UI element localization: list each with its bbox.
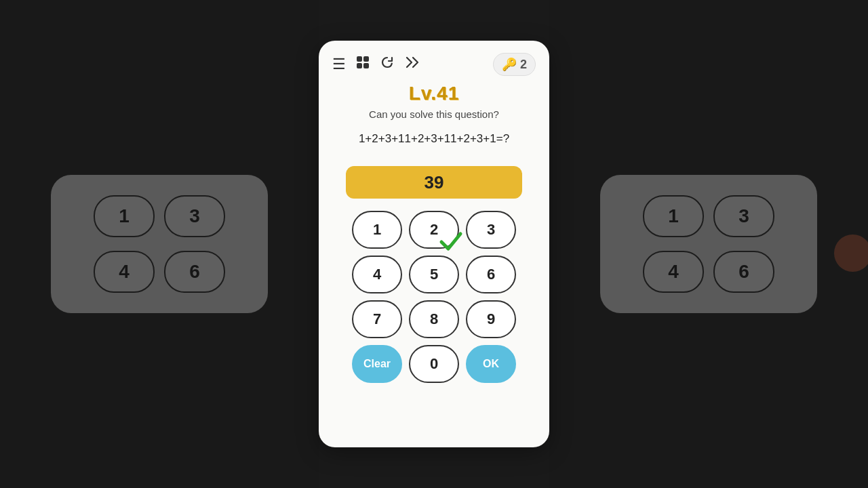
key-icon: 🔑 [502, 57, 517, 72]
numpad-row-bottom: Clear 0 OK [346, 345, 522, 383]
refresh-icon[interactable] [380, 55, 395, 74]
numpad: 1 2 3 4 5 6 7 8 9 Clear 0 [346, 211, 522, 383]
bg-left-btn-4: 4 [94, 251, 155, 293]
num-btn-2[interactable]: 2 [409, 211, 459, 249]
svg-rect-1 [363, 56, 369, 62]
bg-right-btn-1: 1 [643, 195, 704, 237]
num-btn-9[interactable]: 9 [466, 300, 516, 338]
num-btn-3[interactable]: 3 [466, 211, 516, 249]
answer-display: 39 [346, 166, 522, 199]
numpad-row-2: 4 5 6 [346, 256, 522, 293]
grid-icon[interactable] [355, 55, 370, 74]
num-btn-4[interactable]: 4 [352, 256, 402, 293]
svg-rect-2 [357, 63, 362, 68]
bg-left-btn-1: 1 [94, 195, 155, 237]
game-card: ☰ [319, 41, 549, 447]
bg-right-btn-4: 4 [643, 251, 704, 293]
checkmark-icon [437, 227, 465, 254]
menu-icon[interactable]: ☰ [332, 56, 346, 73]
numpad-row-3: 7 8 9 [346, 300, 522, 338]
balloon-decoration [834, 235, 868, 272]
bg-left-panel: 1 3 4 6 [0, 0, 319, 488]
bg-left-btn-6: 6 [164, 251, 225, 293]
num-btn-1[interactable]: 1 [352, 211, 402, 249]
answer-value: 39 [425, 172, 444, 193]
key-count: 2 [520, 58, 527, 72]
svg-rect-0 [357, 56, 362, 62]
num-btn-8[interactable]: 8 [409, 300, 459, 338]
game-subtitle: Can you solve this question? [369, 108, 499, 120]
ok-button[interactable]: OK [466, 345, 516, 383]
key-badge[interactable]: 🔑 2 [493, 53, 536, 76]
game-equation: 1+2+3+11+2+3+11+2+3+1=? [359, 132, 509, 146]
toolbar-left: ☰ [332, 55, 420, 74]
toolbar: ☰ [332, 53, 536, 76]
clear-button[interactable]: Clear [352, 345, 402, 383]
skip-icon[interactable] [404, 55, 420, 74]
level-title: Lv.41 [409, 83, 460, 104]
bg-left-btn-3: 3 [164, 195, 225, 237]
num-btn-5[interactable]: 5 [409, 256, 459, 293]
bg-right-btn-3: 3 [713, 195, 774, 237]
bg-right-panel: 1 3 4 6 [549, 0, 868, 488]
num-btn-0[interactable]: 0 [409, 345, 459, 383]
num-btn-6[interactable]: 6 [466, 256, 516, 293]
num-btn-7[interactable]: 7 [352, 300, 402, 338]
svg-rect-3 [363, 63, 369, 68]
bg-right-btn-6: 6 [713, 251, 774, 293]
numpad-row-1: 1 2 3 [346, 211, 522, 249]
